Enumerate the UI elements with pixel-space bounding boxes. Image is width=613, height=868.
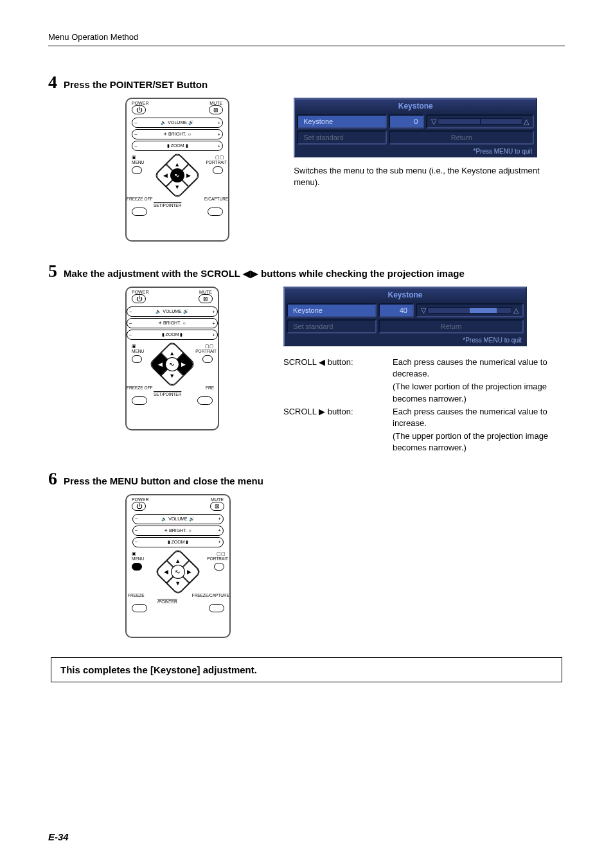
osd-set-standard: Set standard xyxy=(297,130,387,145)
scroll-right-desc-1: Each press causes the numerical value to… xyxy=(393,406,565,429)
osd-slider: ▽ △ xyxy=(416,303,524,317)
osd-title: Keystone xyxy=(285,288,526,301)
osd-keystone-step4: Keystone Keystone 0 ▽ △ Set standard Ret… xyxy=(294,98,537,157)
osd-title: Keystone xyxy=(295,100,536,112)
osd-keystone-step5: Keystone Keystone 40 ▽ △ Set standard xyxy=(283,287,527,346)
step-5-title: Make the adjustment with the SCROLL ◀▶ b… xyxy=(64,268,465,279)
step-4-title: Press the POINTER/SET Button xyxy=(64,79,208,90)
scroll-right-label: SCROLL ▶ button: xyxy=(283,406,393,429)
step-5-number: 5 xyxy=(48,261,57,281)
step-4-number: 4 xyxy=(48,72,57,93)
remote-diagram-step6: POWER⏻ MUTE⊠ −🔈 VOLUME 🔊+ −☀ BRIGHT. ☼+ … xyxy=(125,494,231,638)
step-4-caption: Switches the menu to the sub menu (i.e.,… xyxy=(294,165,565,188)
osd-keystone-value: 0 xyxy=(389,114,424,128)
page-number: E-34 xyxy=(48,831,69,842)
step-6-header: 6 Press the MENU button and close the me… xyxy=(48,468,565,489)
step-6-title: Press the MENU button and close the menu xyxy=(64,475,263,486)
step-4-header: 4 Press the POINTER/SET Button xyxy=(48,72,565,93)
osd-return: Return xyxy=(378,319,524,333)
scroll-left-desc-1: Each press causes the numerical value to… xyxy=(393,357,565,380)
step-5-header: 5 Make the adjustment with the SCROLL ◀▶… xyxy=(48,261,565,281)
scroll-button-definitions: SCROLL ◀ button: Each press causes the n… xyxy=(283,357,565,454)
osd-footer: *Press MENU to quit xyxy=(295,146,536,156)
osd-keystone-label: Keystone xyxy=(287,303,377,317)
scroll-left-label: SCROLL ◀ button: xyxy=(283,357,393,380)
osd-return: Return xyxy=(389,130,534,145)
osd-keystone-label: Keystone xyxy=(297,114,387,128)
step-6-number: 6 xyxy=(48,468,57,489)
remote-diagram-step4: POWER⏻ MUTE⊠ −🔈 VOLUME 🔊+ −☀ BRIGHT. ☼+ … xyxy=(125,98,229,242)
osd-slider: ▽ △ xyxy=(426,114,534,128)
scroll-right-desc-2: (The upper portion of the projection ima… xyxy=(393,430,565,454)
running-header: Menu Operation Method xyxy=(48,32,565,46)
osd-footer: *Press MENU to quit xyxy=(285,335,526,345)
remote-diagram-step5: POWER⏻ MUTE⊠ −🔈 VOLUME 🔊+ −☀ BRIGHT. ☼+ … xyxy=(125,287,219,430)
osd-keystone-value: 40 xyxy=(378,303,414,317)
scroll-left-desc-2: (The lower portion of the projection ima… xyxy=(393,381,565,404)
completion-note: This completes the [Keystone] adjustment… xyxy=(51,657,562,682)
osd-set-standard: Set standard xyxy=(287,319,377,333)
